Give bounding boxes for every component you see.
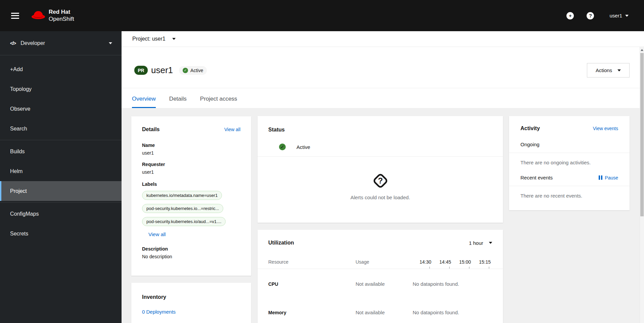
utilization-card-title: Utilization (268, 240, 294, 246)
sidebar-nav: +Add Topology Observe Search Builds Helm… (0, 55, 122, 244)
deployments-link[interactable]: 0 Deployments (142, 309, 176, 315)
page-title: user1 (151, 65, 173, 75)
chevron-down-icon (109, 42, 112, 44)
utilization-card: Utilization 1 hour Resource Usage 14:30 … (258, 230, 503, 323)
page-header: PR user1 ✓ Active Actions (122, 47, 644, 88)
sidebar: </> Developer +Add Topology Observe Sear… (0, 31, 122, 323)
time-tick-label: 15:15 (477, 259, 492, 265)
utilization-row-cpu: CPU Not available No datapoints found. (268, 281, 492, 287)
alerts-empty-text: Alerts could not be loaded. (351, 195, 410, 200)
name-field: Name user1 (142, 143, 240, 156)
tab-project-access[interactable]: Project access (200, 96, 237, 108)
details-view-all-link[interactable]: View all (224, 127, 240, 132)
sidebar-item-configmaps[interactable]: ConfigMaps (0, 204, 122, 224)
label-pill[interactable]: kubernetes.io/metadata.name=user1 (142, 191, 222, 200)
time-tick-label: 15:00 (458, 259, 472, 265)
divider (509, 186, 630, 186)
hamburger-menu-icon[interactable] (11, 13, 19, 19)
utilization-row-memory: Memory Not available No datapoints found… (268, 310, 492, 315)
divider (258, 269, 503, 269)
activity-card-title: Activity (520, 125, 540, 131)
scrollbar-thumb[interactable] (640, 53, 644, 216)
time-axis: 14:30 14:45 15:00 15:15 (413, 259, 492, 265)
sidebar-item-search[interactable]: Search (0, 119, 122, 139)
resource-name: CPU (268, 281, 356, 287)
masthead-toolbar: + ? user1 (566, 12, 629, 19)
requester-field: Requester user1 (142, 162, 240, 175)
sidebar-item-helm[interactable]: Helm (0, 161, 122, 181)
recent-events-section-header: Recent events Pause (520, 175, 618, 180)
details-card-title: Details (142, 126, 159, 132)
sidebar-item-secrets[interactable]: Secrets (0, 224, 122, 244)
openshift-console: Red Hat OpenShift + ? user1 </> Develope… (0, 0, 644, 323)
chevron-down-icon[interactable] (172, 38, 176, 40)
sidebar-item-builds[interactable]: Builds (0, 142, 122, 161)
pause-button-label: Pause (605, 175, 618, 180)
name-value: user1 (142, 150, 240, 156)
divider (509, 153, 630, 153)
vertical-scrollbar[interactable] (640, 47, 644, 323)
sidebar-item-add[interactable]: +Add (0, 59, 122, 79)
duration-select-value: 1 hour (469, 240, 483, 246)
recent-events-empty-text: There are no recent events. (520, 193, 618, 199)
chevron-down-icon (625, 15, 629, 17)
sidebar-item-observe[interactable]: Observe (0, 99, 122, 119)
label-pill[interactable]: pod-security.kubernetes.io...=restric... (142, 204, 223, 213)
time-tick-label: 14:45 (438, 259, 453, 265)
resource-usage: Not available (356, 310, 413, 315)
pause-icon (599, 175, 602, 180)
check-circle-icon: ✓ (183, 68, 188, 73)
check-circle-icon: ✓ (279, 144, 286, 150)
brand-logo[interactable]: Red Hat OpenShift (31, 9, 74, 22)
quick-create-plus-icon[interactable]: + (566, 12, 574, 19)
perspective-switcher[interactable]: </> Developer (0, 31, 122, 55)
description-field: Description No description (142, 246, 240, 259)
duration-select[interactable]: 1 hour (469, 240, 492, 246)
name-label: Name (142, 143, 240, 148)
labels-view-all-link[interactable]: View all (148, 231, 166, 237)
utilization-table-header: Resource Usage 14:30 14:45 15:00 15:15 (268, 259, 492, 265)
tab-details[interactable]: Details (169, 96, 187, 108)
recent-events-label: Recent events (520, 175, 553, 180)
ongoing-empty-text: There are no ongoing activities. (520, 160, 618, 165)
labels-field: Labels kubernetes.io/metadata.name=user1… (142, 181, 240, 237)
view-events-link[interactable]: View events (593, 126, 618, 131)
resource-chart-empty: No datapoints found. (413, 281, 492, 287)
actions-button-label: Actions (596, 67, 612, 73)
alerts-empty-state: ? Alerts could not be loaded. (268, 157, 492, 200)
divider (0, 202, 122, 203)
label-pill[interactable]: pod-security.kubernetes.io/aud...=v1.... (142, 217, 226, 226)
scroll-up-arrow-icon[interactable] (641, 49, 643, 51)
resource-name: Memory (268, 310, 356, 315)
project-status-value: Active (296, 144, 310, 150)
project-resource-badge: PR (134, 66, 148, 75)
divider (0, 140, 122, 140)
sidebar-item-project[interactable]: Project (0, 181, 122, 201)
inventory-card: Inventory 0 Deployments (131, 283, 251, 323)
sidebar-item-topology[interactable]: Topology (0, 79, 122, 99)
help-icon[interactable]: ? (587, 12, 594, 19)
description-label: Description (142, 246, 240, 252)
requester-value: user1 (142, 169, 240, 175)
developer-code-icon: </> (10, 41, 16, 46)
details-card-header: Details View all (142, 126, 240, 132)
svg-text:?: ? (378, 176, 383, 185)
resource-column-header: Resource (268, 259, 356, 265)
ongoing-label: Ongoing (520, 142, 540, 147)
pause-events-button[interactable]: Pause (599, 175, 618, 180)
tab-overview[interactable]: Overview (132, 96, 156, 108)
project-selector[interactable]: Project: user1 (132, 36, 166, 42)
time-tick-label: 14:30 (418, 259, 433, 265)
activity-card: Activity View events Ongoing There are n… (509, 116, 630, 210)
user-menu[interactable]: user1 (609, 13, 629, 18)
masthead: Red Hat OpenShift + ? user1 (0, 0, 644, 31)
horizontal-tabs: Overview Details Project access (122, 88, 644, 108)
status-badge-label: Active (190, 68, 203, 73)
ongoing-section-header: Ongoing (520, 142, 618, 147)
usage-column-header: Usage (356, 259, 413, 265)
brand-line1: Red Hat (49, 9, 74, 16)
status-card: Status ✓ Active ? Alerts could not be lo… (258, 116, 503, 223)
project-selector-bar: Project: user1 (122, 31, 644, 47)
description-value: No description (142, 254, 240, 259)
actions-button[interactable]: Actions (587, 63, 630, 77)
